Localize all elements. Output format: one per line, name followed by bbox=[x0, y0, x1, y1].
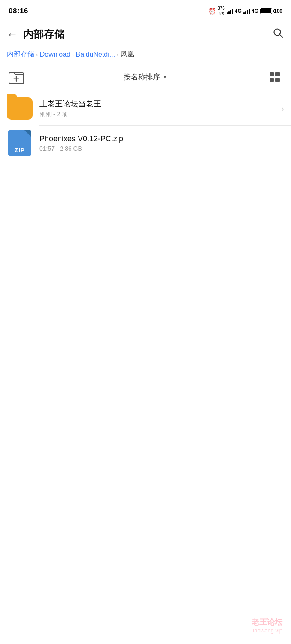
list-item[interactable]: ZIP Phoenixes V0.12-PC.zip 01:57 - 2.86 … bbox=[0, 126, 291, 160]
watermark-sub: laowang.vip bbox=[252, 627, 282, 634]
folder-icon-wrapper bbox=[7, 96, 33, 122]
file-meta: 01:57 - 2.86 GB bbox=[39, 145, 284, 152]
breadcrumb-item-0[interactable]: 内部存储 bbox=[7, 50, 34, 59]
zip-label: ZIP bbox=[15, 147, 24, 153]
grid-view-icon bbox=[270, 72, 280, 82]
file-info: Phoenixes V0.12-PC.zip 01:57 - 2.86 GB bbox=[39, 134, 284, 152]
file-list: 上老王论坛当老王 刚刚 - 2 项 › ZIP Phoenixes V0.12-… bbox=[0, 91, 291, 160]
sort-label: 按名称排序 bbox=[124, 72, 160, 82]
breadcrumb-sep-2: › bbox=[117, 51, 119, 58]
signal-icon-4g2 bbox=[243, 8, 250, 14]
status-right: ⏰ 375B/s 4G 4G 100 bbox=[209, 6, 282, 16]
folder-icon bbox=[7, 97, 33, 120]
svg-line-1 bbox=[280, 34, 282, 37]
battery-fill bbox=[261, 9, 271, 13]
breadcrumb-sep-0: › bbox=[36, 51, 38, 58]
file-meta: 刚刚 - 2 项 bbox=[39, 111, 278, 118]
chevron-right-icon: › bbox=[282, 104, 284, 113]
back-button[interactable]: ← bbox=[7, 29, 18, 40]
network-type-4g2: 4G bbox=[252, 8, 258, 14]
breadcrumb-item-3: 凤凰 bbox=[121, 50, 134, 59]
toolbar: 按名称排序 ▼ bbox=[0, 64, 291, 90]
network-type-4g: 4G bbox=[235, 8, 242, 14]
signal-icon-4g bbox=[227, 8, 233, 14]
file-name: 上老王论坛当老王 bbox=[39, 99, 278, 109]
breadcrumb-sep-1: › bbox=[72, 51, 74, 58]
watermark: 老王论坛 laowang.vip bbox=[252, 617, 282, 634]
breadcrumb: 内部存储 › Download › BaiduNetdi... › 凤凰 bbox=[0, 48, 291, 64]
list-item[interactable]: 上老王论坛当老王 刚刚 - 2 项 › bbox=[0, 91, 291, 126]
zip-icon-wrapper: ZIP bbox=[7, 130, 33, 156]
file-info: 上老王论坛当老王 刚刚 - 2 项 bbox=[39, 99, 278, 118]
new-folder-button[interactable] bbox=[7, 67, 26, 86]
battery-percent: 100 bbox=[274, 8, 282, 14]
app-bar: ← 内部存储 bbox=[0, 21, 291, 48]
battery-icon bbox=[260, 8, 272, 14]
sort-arrow-icon: ▼ bbox=[163, 74, 168, 80]
app-bar-left: ← 内部存储 bbox=[7, 27, 64, 41]
network-speed: 375B/s bbox=[218, 6, 225, 16]
status-bar: 08:16 ⏰ 375B/s 4G 4G 100 bbox=[0, 0, 291, 21]
status-time: 08:16 bbox=[9, 7, 28, 15]
sort-button[interactable]: 按名称排序 ▼ bbox=[124, 72, 168, 82]
file-name: Phoenixes V0.12-PC.zip bbox=[39, 134, 284, 143]
breadcrumb-item-2[interactable]: BaiduNetdi... bbox=[76, 51, 115, 58]
watermark-main: 老王论坛 bbox=[252, 617, 282, 627]
search-button[interactable] bbox=[272, 27, 284, 42]
breadcrumb-item-1[interactable]: Download bbox=[40, 51, 70, 58]
alarm-icon: ⏰ bbox=[209, 8, 216, 15]
zip-icon: ZIP bbox=[8, 130, 31, 156]
page-title: 内部存储 bbox=[23, 27, 64, 41]
view-toggle-button[interactable] bbox=[265, 67, 284, 86]
